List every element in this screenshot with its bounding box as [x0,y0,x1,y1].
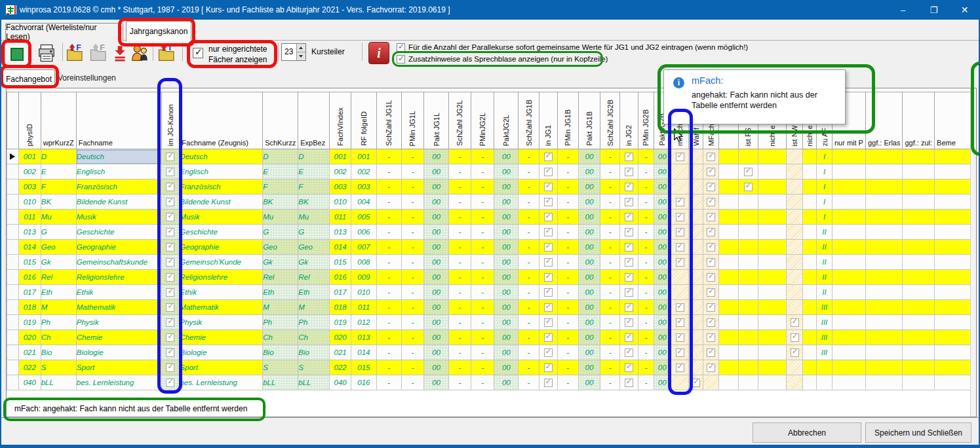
cell-name[interactable]: Religionslehre [76,270,161,285]
cell-zul[interactable] [903,345,935,360]
cell-id[interactable]: 020 [18,330,41,345]
cell-fsp[interactable] [738,375,758,390]
cell-pm[interactable]: - [401,360,424,375]
cell-sz[interactable]: - [448,270,471,285]
cell-ne2[interactable] [803,195,817,210]
cell-nw[interactable] [787,315,803,330]
cell-sz[interactable]: - [600,240,620,255]
parallel-courses-label[interactable]: Für die Anzahl der Parallekurse sofort g… [408,43,748,51]
cell-erlas[interactable] [865,179,903,195]
cell-injg2[interactable] [620,360,638,375]
cell-pa[interactable]: 00 [578,225,600,240]
col-header-pakt-jg1l[interactable]: Pakt JG1L [424,92,449,149]
cell-pa[interactable]: 00 [424,315,449,330]
cell-erlas[interactable] [865,360,903,375]
cell-pa[interactable]: 00 [424,300,449,315]
cell-empty[interactable] [719,330,739,345]
cell-af[interactable]: I [817,179,833,195]
cell-mfach[interactable] [671,164,689,179]
cell-pa[interactable]: 00 [578,285,600,300]
cell-id[interactable]: 003 [18,179,41,195]
cell-af[interactable]: I [817,149,833,164]
cell-injg2[interactable] [620,315,638,330]
users-button[interactable] [130,43,149,63]
cell-mfach2[interactable] [703,315,719,330]
cell-wahlf[interactable] [689,330,703,345]
cell-id[interactable]: 022 [18,360,41,375]
cell-pa[interactable]: 00 [424,164,449,179]
cell-fsp[interactable] [738,360,758,375]
cell-mfach2[interactable] [703,149,719,164]
cell-fsp[interactable] [738,300,758,315]
cell-empty[interactable] [719,225,739,240]
cell-sch[interactable]: S [263,360,298,375]
cell-name[interactable]: Physik [76,315,161,330]
cell-pa[interactable]: 00 [494,375,519,390]
cell-kanon[interactable] [161,300,180,315]
cell-nw[interactable] [787,300,803,315]
cell-nurp[interactable] [832,315,865,330]
cell-pa[interactable]: 00 [494,360,519,375]
cell-wpr[interactable]: M [41,300,76,315]
cell-wahlf[interactable] [689,360,703,375]
cell-pa[interactable]: 00 [494,149,519,164]
cell-sz[interactable]: - [600,300,620,315]
cell-name[interactable]: Deutsch [76,149,161,164]
maximize-button[interactable]: ❐ [918,0,949,20]
cell-exp[interactable]: M [298,300,330,315]
cell-fsp[interactable] [738,285,758,300]
cell-fvi[interactable]: 013 [330,225,351,240]
cell-sz[interactable]: - [448,330,471,345]
cell-nw[interactable] [787,225,803,240]
cell-kanon[interactable] [161,164,180,179]
cell-rfid[interactable]: 013 [351,330,377,345]
cell-rfid[interactable]: 010 [351,285,377,300]
cell-ne2[interactable] [803,315,817,330]
cell-nurp[interactable] [832,360,865,375]
subtab-fachangebot[interactable]: Fachangebot [3,69,55,88]
cell-empty[interactable] [719,255,739,270]
cell-pa[interactable]: 00 [424,345,449,360]
cell-ne1[interactable] [758,345,787,360]
col-header-schzahl-jg1l[interactable]: SchZahl JG1L [376,92,401,149]
cell-pa[interactable]: 00 [654,330,671,345]
cancel-button[interactable]: Abbrechen [753,422,861,443]
cell-af[interactable]: III [817,300,833,315]
col-header-ggf-erlas[interactable]: ggf.: Erlas [865,92,903,149]
subtab-voreinstellungen[interactable]: Voreinstellungen [58,73,116,83]
cell-wpr[interactable]: bLL [41,375,76,390]
cell-pm[interactable]: - [471,330,494,345]
cell-wpr[interactable]: Ch [41,330,76,345]
cell-wahlf[interactable] [689,195,703,210]
cell-pa[interactable]: 00 [578,179,600,195]
cell-injg2[interactable] [620,240,638,255]
cell-injg1[interactable] [539,285,557,300]
cell-pm[interactable]: - [557,255,578,270]
cell-injg1[interactable] [539,345,557,360]
cell-name[interactable]: Gemeinschaftskunde [76,255,161,270]
cell-mfach[interactable] [671,179,689,195]
cell-fsp[interactable] [738,210,758,225]
cell-rfid[interactable]: 005 [351,210,377,225]
cell-sz[interactable]: - [600,345,620,360]
cell-sz[interactable]: - [376,375,401,390]
cell-zul[interactable] [903,285,935,300]
cell-nurp[interactable] [832,149,865,164]
cell-af[interactable]: I [817,210,833,225]
cell-empty[interactable] [719,195,739,210]
cell-erlas[interactable] [865,195,903,210]
cell-sz[interactable]: - [448,285,471,300]
cell-sz[interactable]: - [600,195,620,210]
col-header-schzahl-jg2l[interactable]: SchZahl JG2L [448,92,471,149]
cell-zul[interactable] [903,330,935,345]
cell-fvi[interactable]: 002 [330,164,351,179]
cell-wpr[interactable]: E [41,164,76,179]
cell-pa[interactable]: 00 [424,255,449,270]
cell-sz[interactable]: - [376,360,401,375]
cell-zeugnis[interactable]: Mathematik [180,300,263,315]
cell-erlas[interactable] [865,330,903,345]
cell-zul[interactable] [903,225,935,240]
cell-name[interactable]: Englisch [76,164,161,179]
cell-fsp[interactable] [738,270,758,285]
cell-pa[interactable]: 00 [494,179,519,195]
